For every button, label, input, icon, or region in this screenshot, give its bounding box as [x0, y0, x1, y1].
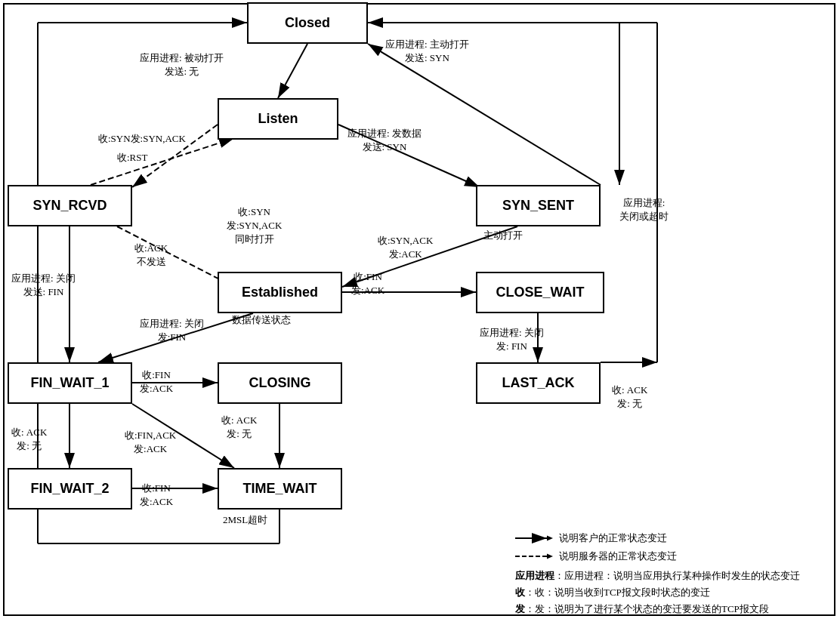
label-listen-synsent: 应用进程: 发数据发送: SYN — [347, 127, 422, 154]
label-established-data: 数据传送状态 — [232, 313, 291, 327]
state-fin-wait-1: FIN_WAIT_1 — [8, 362, 132, 404]
label-listen-synrcvd: 收:SYN发:SYN,ACK — [98, 132, 186, 146]
label-finwait2-timewait: 收:FIN发:ACK — [140, 482, 173, 509]
label-established-finwait1: 应用进程: 关闭发:FIN — [140, 317, 204, 344]
svg-marker-30 — [547, 553, 553, 559]
label-closed-listen: 应用进程: 被动打开发送: 无 — [140, 51, 224, 79]
svg-marker-28 — [547, 535, 553, 540]
label-timewait-closed: 2MSL超时 — [223, 513, 267, 527]
legend: 说明客户的正常状态变迁 说明服务器的正常状态变迁 应用进程：应用进程：说明当应用… — [515, 530, 832, 617]
label-synrcvd-finwait1: 应用进程: 关闭发送: FIN — [11, 272, 76, 299]
state-close-wait: CLOSE_WAIT — [476, 272, 604, 313]
state-closing: CLOSING — [218, 362, 342, 404]
tcp-state-diagram: Closed Listen SYN_RCVD SYN_SENT Establis… — [0, 0, 840, 625]
label-finwait1-timewait: 收:FIN,ACK发:ACK — [125, 429, 176, 456]
label-closing-timewait: 收: ACK发: 无 — [221, 414, 257, 441]
state-time-wait: TIME_WAIT — [218, 468, 342, 510]
svg-line-3 — [278, 44, 307, 98]
label-synsent-closed: 应用进程:关闭或超时 — [619, 196, 669, 223]
label-finwait1-finwait2: 收: ACK发: 无 — [11, 426, 47, 453]
legend-send: 发：发：说明为了进行某个状态的变迁要发送的TCP报文段 — [515, 601, 832, 617]
label-closed-synsent: 应用进程: 主动打开发送: SYN — [385, 38, 469, 65]
state-syn-sent: SYN_SENT — [476, 185, 601, 226]
label-synsent-active: 主动打开 — [483, 229, 523, 242]
svg-rect-26 — [4, 4, 835, 615]
state-fin-wait-2: FIN_WAIT_2 — [8, 468, 132, 510]
state-closed: Closed — [247, 2, 368, 44]
state-established: Established — [218, 272, 342, 313]
label-synrcvd-listen: 收:RST — [117, 151, 147, 165]
state-syn-rcvd: SYN_RCVD — [8, 185, 132, 226]
label-lastack-closed: 收: ACK发: 无 — [612, 383, 647, 411]
label-synrcvd-established: 收:ACK不发送 — [134, 242, 168, 269]
label-simultaneous: 收:SYN发:SYN,ACK同时打开 — [227, 205, 282, 247]
label-finwait1-closing: 收:FIN发:ACK — [140, 368, 173, 396]
label-closewait-lastack: 应用进程: 关闭发: FIN — [480, 326, 544, 353]
label-synsent-established: 收:SYN,ACK发:ACK — [378, 234, 433, 261]
legend-app: 应用进程：应用进程：说明当应用执行某种操作时发生的状态变迁 — [515, 568, 832, 584]
state-last-ack: LAST_ACK — [476, 362, 601, 404]
state-listen: Listen — [218, 98, 338, 140]
label-established-closewait: 收:FIN发:ACK — [351, 270, 384, 297]
legend-recv: 收：收：说明当收到TCP报文段时状态的变迁 — [515, 584, 832, 601]
